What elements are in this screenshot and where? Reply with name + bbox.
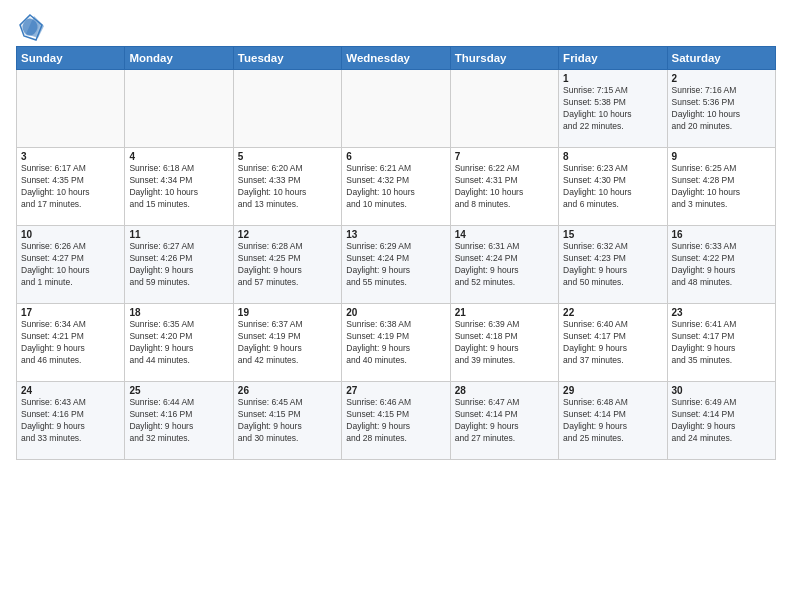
day-number: 10 <box>21 229 120 240</box>
calendar-cell: 14Sunrise: 6:31 AM Sunset: 4:24 PM Dayli… <box>450 226 558 304</box>
day-detail: Sunrise: 6:26 AM Sunset: 4:27 PM Dayligh… <box>21 241 120 289</box>
day-detail: Sunrise: 6:34 AM Sunset: 4:21 PM Dayligh… <box>21 319 120 367</box>
calendar-header-row: SundayMondayTuesdayWednesdayThursdayFrid… <box>17 47 776 70</box>
calendar-cell <box>450 70 558 148</box>
calendar-cell <box>342 70 450 148</box>
day-detail: Sunrise: 6:18 AM Sunset: 4:34 PM Dayligh… <box>129 163 228 211</box>
day-number: 15 <box>563 229 662 240</box>
calendar-week-row: 24Sunrise: 6:43 AM Sunset: 4:16 PM Dayli… <box>17 382 776 460</box>
day-number: 9 <box>672 151 771 162</box>
day-number: 11 <box>129 229 228 240</box>
day-number: 24 <box>21 385 120 396</box>
day-number: 25 <box>129 385 228 396</box>
day-number: 22 <box>563 307 662 318</box>
calendar-cell: 18Sunrise: 6:35 AM Sunset: 4:20 PM Dayli… <box>125 304 233 382</box>
day-number: 1 <box>563 73 662 84</box>
day-number: 13 <box>346 229 445 240</box>
day-detail: Sunrise: 6:39 AM Sunset: 4:18 PM Dayligh… <box>455 319 554 367</box>
calendar-cell: 11Sunrise: 6:27 AM Sunset: 4:26 PM Dayli… <box>125 226 233 304</box>
day-detail: Sunrise: 6:35 AM Sunset: 4:20 PM Dayligh… <box>129 319 228 367</box>
header <box>16 12 776 42</box>
calendar-cell: 16Sunrise: 6:33 AM Sunset: 4:22 PM Dayli… <box>667 226 775 304</box>
calendar-cell: 25Sunrise: 6:44 AM Sunset: 4:16 PM Dayli… <box>125 382 233 460</box>
day-number: 5 <box>238 151 337 162</box>
calendar-cell: 26Sunrise: 6:45 AM Sunset: 4:15 PM Dayli… <box>233 382 341 460</box>
logo <box>16 14 48 42</box>
calendar-header-thursday: Thursday <box>450 47 558 70</box>
day-number: 3 <box>21 151 120 162</box>
day-number: 27 <box>346 385 445 396</box>
calendar-cell: 13Sunrise: 6:29 AM Sunset: 4:24 PM Dayli… <box>342 226 450 304</box>
day-detail: Sunrise: 7:16 AM Sunset: 5:36 PM Dayligh… <box>672 85 771 133</box>
calendar-week-row: 3Sunrise: 6:17 AM Sunset: 4:35 PM Daylig… <box>17 148 776 226</box>
calendar-cell: 23Sunrise: 6:41 AM Sunset: 4:17 PM Dayli… <box>667 304 775 382</box>
day-number: 19 <box>238 307 337 318</box>
calendar-header-monday: Monday <box>125 47 233 70</box>
calendar-cell: 20Sunrise: 6:38 AM Sunset: 4:19 PM Dayli… <box>342 304 450 382</box>
calendar-header-wednesday: Wednesday <box>342 47 450 70</box>
calendar-cell <box>125 70 233 148</box>
calendar-week-row: 17Sunrise: 6:34 AM Sunset: 4:21 PM Dayli… <box>17 304 776 382</box>
day-detail: Sunrise: 7:15 AM Sunset: 5:38 PM Dayligh… <box>563 85 662 133</box>
day-number: 18 <box>129 307 228 318</box>
calendar-cell: 19Sunrise: 6:37 AM Sunset: 4:19 PM Dayli… <box>233 304 341 382</box>
page: SundayMondayTuesdayWednesdayThursdayFrid… <box>0 0 792 612</box>
day-detail: Sunrise: 6:17 AM Sunset: 4:35 PM Dayligh… <box>21 163 120 211</box>
day-detail: Sunrise: 6:40 AM Sunset: 4:17 PM Dayligh… <box>563 319 662 367</box>
day-number: 12 <box>238 229 337 240</box>
day-number: 14 <box>455 229 554 240</box>
day-detail: Sunrise: 6:49 AM Sunset: 4:14 PM Dayligh… <box>672 397 771 445</box>
day-number: 6 <box>346 151 445 162</box>
calendar-cell: 22Sunrise: 6:40 AM Sunset: 4:17 PM Dayli… <box>559 304 667 382</box>
calendar-cell: 30Sunrise: 6:49 AM Sunset: 4:14 PM Dayli… <box>667 382 775 460</box>
day-number: 21 <box>455 307 554 318</box>
calendar-header-tuesday: Tuesday <box>233 47 341 70</box>
day-detail: Sunrise: 6:48 AM Sunset: 4:14 PM Dayligh… <box>563 397 662 445</box>
calendar-header-friday: Friday <box>559 47 667 70</box>
day-number: 2 <box>672 73 771 84</box>
day-detail: Sunrise: 6:25 AM Sunset: 4:28 PM Dayligh… <box>672 163 771 211</box>
calendar-header-sunday: Sunday <box>17 47 125 70</box>
day-number: 4 <box>129 151 228 162</box>
logo-icon <box>16 14 44 42</box>
day-number: 8 <box>563 151 662 162</box>
day-number: 17 <box>21 307 120 318</box>
calendar-cell: 5Sunrise: 6:20 AM Sunset: 4:33 PM Daylig… <box>233 148 341 226</box>
day-detail: Sunrise: 6:45 AM Sunset: 4:15 PM Dayligh… <box>238 397 337 445</box>
day-detail: Sunrise: 6:31 AM Sunset: 4:24 PM Dayligh… <box>455 241 554 289</box>
calendar-cell <box>17 70 125 148</box>
calendar-cell: 21Sunrise: 6:39 AM Sunset: 4:18 PM Dayli… <box>450 304 558 382</box>
day-number: 29 <box>563 385 662 396</box>
calendar-cell: 1Sunrise: 7:15 AM Sunset: 5:38 PM Daylig… <box>559 70 667 148</box>
calendar-cell: 2Sunrise: 7:16 AM Sunset: 5:36 PM Daylig… <box>667 70 775 148</box>
calendar-cell: 17Sunrise: 6:34 AM Sunset: 4:21 PM Dayli… <box>17 304 125 382</box>
day-detail: Sunrise: 6:46 AM Sunset: 4:15 PM Dayligh… <box>346 397 445 445</box>
day-detail: Sunrise: 6:29 AM Sunset: 4:24 PM Dayligh… <box>346 241 445 289</box>
calendar-cell: 6Sunrise: 6:21 AM Sunset: 4:32 PM Daylig… <box>342 148 450 226</box>
day-number: 26 <box>238 385 337 396</box>
calendar-table: SundayMondayTuesdayWednesdayThursdayFrid… <box>16 46 776 460</box>
calendar-cell: 4Sunrise: 6:18 AM Sunset: 4:34 PM Daylig… <box>125 148 233 226</box>
day-detail: Sunrise: 6:43 AM Sunset: 4:16 PM Dayligh… <box>21 397 120 445</box>
calendar-cell: 10Sunrise: 6:26 AM Sunset: 4:27 PM Dayli… <box>17 226 125 304</box>
day-detail: Sunrise: 6:21 AM Sunset: 4:32 PM Dayligh… <box>346 163 445 211</box>
calendar-cell: 27Sunrise: 6:46 AM Sunset: 4:15 PM Dayli… <box>342 382 450 460</box>
day-number: 30 <box>672 385 771 396</box>
day-detail: Sunrise: 6:38 AM Sunset: 4:19 PM Dayligh… <box>346 319 445 367</box>
day-number: 20 <box>346 307 445 318</box>
day-detail: Sunrise: 6:23 AM Sunset: 4:30 PM Dayligh… <box>563 163 662 211</box>
day-detail: Sunrise: 6:33 AM Sunset: 4:22 PM Dayligh… <box>672 241 771 289</box>
day-detail: Sunrise: 6:20 AM Sunset: 4:33 PM Dayligh… <box>238 163 337 211</box>
day-detail: Sunrise: 6:47 AM Sunset: 4:14 PM Dayligh… <box>455 397 554 445</box>
calendar-cell: 8Sunrise: 6:23 AM Sunset: 4:30 PM Daylig… <box>559 148 667 226</box>
calendar-week-row: 10Sunrise: 6:26 AM Sunset: 4:27 PM Dayli… <box>17 226 776 304</box>
calendar-cell <box>233 70 341 148</box>
calendar-cell: 12Sunrise: 6:28 AM Sunset: 4:25 PM Dayli… <box>233 226 341 304</box>
day-detail: Sunrise: 6:27 AM Sunset: 4:26 PM Dayligh… <box>129 241 228 289</box>
calendar-cell: 28Sunrise: 6:47 AM Sunset: 4:14 PM Dayli… <box>450 382 558 460</box>
day-detail: Sunrise: 6:32 AM Sunset: 4:23 PM Dayligh… <box>563 241 662 289</box>
calendar-cell: 7Sunrise: 6:22 AM Sunset: 4:31 PM Daylig… <box>450 148 558 226</box>
day-detail: Sunrise: 6:44 AM Sunset: 4:16 PM Dayligh… <box>129 397 228 445</box>
day-detail: Sunrise: 6:28 AM Sunset: 4:25 PM Dayligh… <box>238 241 337 289</box>
calendar-cell: 9Sunrise: 6:25 AM Sunset: 4:28 PM Daylig… <box>667 148 775 226</box>
